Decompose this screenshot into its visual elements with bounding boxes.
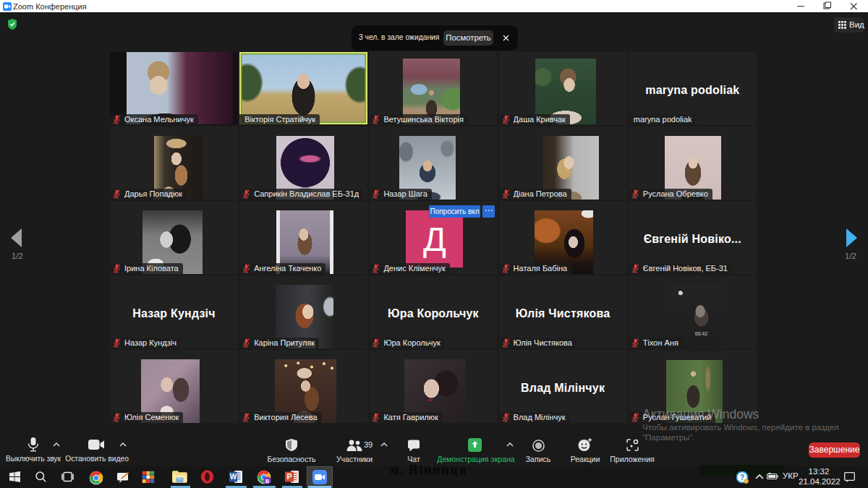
svg-text:P: P	[286, 472, 292, 481]
svg-text:?: ?	[740, 473, 744, 481]
svg-text:B: B	[265, 478, 270, 484]
svg-text:W: W	[230, 473, 237, 481]
